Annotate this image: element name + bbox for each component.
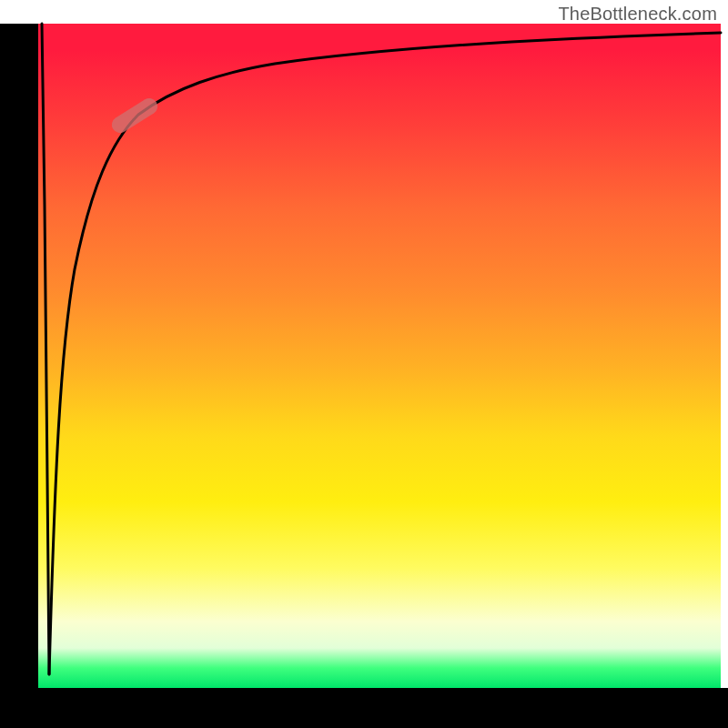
curve-saturating: [49, 33, 721, 674]
watermark-label: TheBottleneck.com: [558, 4, 717, 25]
x-axis: [0, 688, 728, 728]
curve-initial-drop: [42, 24, 49, 674]
y-axis: [0, 24, 38, 688]
plot-area: [38, 24, 721, 688]
chart-curves: [38, 24, 721, 688]
